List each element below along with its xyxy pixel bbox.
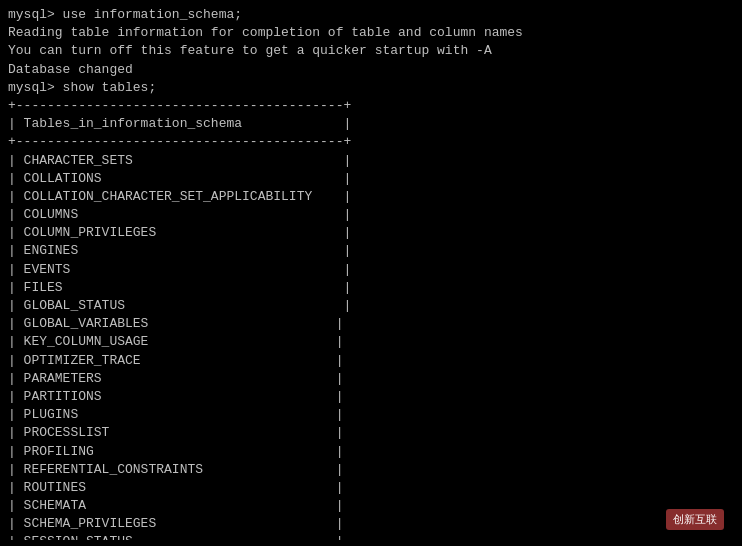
- terminal-line-row21: | SCHEMA_PRIVILEGES |: [8, 515, 734, 533]
- terminal-line-row16: | PROCESSLIST |: [8, 424, 734, 442]
- terminal-window: mysql> use information_schema;Reading ta…: [8, 6, 734, 540]
- terminal-line-row14: | PARTITIONS |: [8, 388, 734, 406]
- terminal-line-row7: | EVENTS |: [8, 261, 734, 279]
- watermark: 创新互联: [666, 509, 724, 530]
- terminal-line-row9: | GLOBAL_STATUS |: [8, 297, 734, 315]
- terminal-line-row8: | FILES |: [8, 279, 734, 297]
- terminal-line-row19: | ROUTINES |: [8, 479, 734, 497]
- terminal-line-row10: | GLOBAL_VARIABLES |: [8, 315, 734, 333]
- terminal-line-row20: | SCHEMATA |: [8, 497, 734, 515]
- terminal-line-dbchanged: Database changed: [8, 61, 734, 79]
- terminal-line-row13: | PARAMETERS |: [8, 370, 734, 388]
- terminal-output: mysql> use information_schema;Reading ta…: [8, 6, 734, 540]
- terminal-line-row17: | PROFILING |: [8, 443, 734, 461]
- terminal-line-row4: | COLUMNS |: [8, 206, 734, 224]
- terminal-line-row15: | PLUGINS |: [8, 406, 734, 424]
- terminal-line-row3: | COLLATION_CHARACTER_SET_APPLICABILITY …: [8, 188, 734, 206]
- terminal-line-sep2: +---------------------------------------…: [8, 133, 734, 151]
- terminal-line-reading1: Reading table information for completion…: [8, 24, 734, 42]
- terminal-line-row5: | COLUMN_PRIVILEGES |: [8, 224, 734, 242]
- terminal-line-cmd1: mysql> use information_schema;: [8, 6, 734, 24]
- terminal-line-row12: | OPTIMIZER_TRACE |: [8, 352, 734, 370]
- terminal-line-row1: | CHARACTER_SETS |: [8, 152, 734, 170]
- terminal-line-row18: | REFERENTIAL_CONSTRAINTS |: [8, 461, 734, 479]
- terminal-line-row6: | ENGINES |: [8, 242, 734, 260]
- terminal-line-header: | Tables_in_information_schema |: [8, 115, 734, 133]
- terminal-line-row11: | KEY_COLUMN_USAGE |: [8, 333, 734, 351]
- terminal-line-cmd2: mysql> show tables;: [8, 79, 734, 97]
- terminal-line-sep1: +---------------------------------------…: [8, 97, 734, 115]
- terminal-line-reading2: You can turn off this feature to get a q…: [8, 42, 734, 60]
- terminal-line-row22: | SESSION_STATUS |: [8, 533, 734, 540]
- terminal-line-row2: | COLLATIONS |: [8, 170, 734, 188]
